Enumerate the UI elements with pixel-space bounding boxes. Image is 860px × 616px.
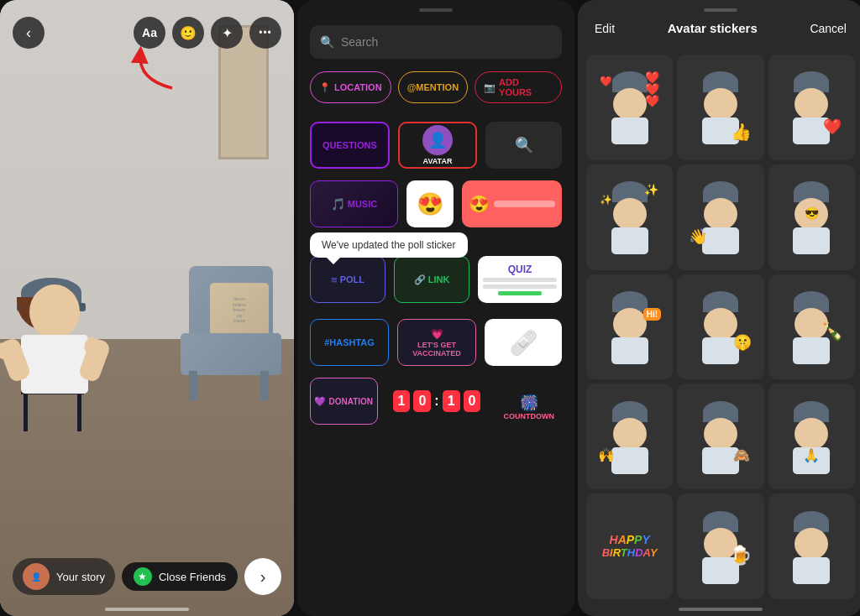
edit-button[interactable]: Edit: [595, 22, 615, 35]
text-tool-button[interactable]: Aa: [134, 17, 165, 49]
avatar-sticker-champagne[interactable]: 🍾: [768, 274, 855, 380]
link-sticker[interactable]: 🔗 LINK: [394, 256, 469, 303]
your-story-button[interactable]: 👤 Your story: [13, 558, 115, 595]
avatar-sticker-shy[interactable]: 🙈: [677, 384, 763, 489]
avatar-sticker-extra[interactable]: [768, 493, 855, 599]
toolbar-right: Aa 🙂 ✦ •••: [134, 17, 281, 49]
quiz-line-2: [483, 285, 557, 289]
face-icon: 🙂: [180, 25, 197, 41]
location-label: LOCATION: [334, 82, 382, 92]
chair: dreambelievebeautyjoyinspire: [176, 266, 286, 400]
timer-digit-2: 0: [413, 390, 431, 412]
sticker-tool-button[interactable]: 🙂: [172, 17, 204, 49]
text-icon: Aa: [142, 26, 157, 39]
search-input[interactable]: Search: [341, 35, 552, 49]
addyours-label: ADD YOURS: [499, 77, 553, 97]
chair-leg-left: [189, 371, 197, 400]
avatar-sticker-heart-hand[interactable]: ❤️: [768, 55, 855, 160]
avatar-stickers-title: Avatar stickers: [668, 21, 758, 35]
back-button[interactable]: ‹: [13, 17, 45, 49]
poll-icon: ≡: [331, 274, 338, 286]
avatar-icon: 👤: [31, 572, 41, 582]
hashtag-sticker[interactable]: #HASHTAG: [310, 319, 389, 366]
donation-sticker[interactable]: 💜 DONATION: [310, 378, 378, 425]
countdown-label: COUNTDOWN: [504, 412, 555, 420]
your-story-label: Your story: [56, 571, 105, 583]
timer-colon: :: [434, 394, 438, 409]
timer-digit-1: 1: [393, 390, 411, 412]
avatar-sticker-hearts[interactable]: ❤️❤️❤️ ❤️: [586, 55, 673, 160]
close-friends-icon: ★: [134, 567, 152, 586]
next-button[interactable]: ›: [244, 558, 281, 595]
pillow-text: dreambelievebeautyjoyinspire: [233, 296, 246, 324]
mention-pill[interactable]: @MENTION: [398, 71, 468, 103]
effects-tool-button[interactable]: ✦: [211, 17, 243, 49]
cancel-button[interactable]: Cancel: [810, 22, 847, 35]
avatar-sticker-sunglasses[interactable]: 😎: [768, 164, 855, 270]
sticker-search-bar[interactable]: 🔍 Search: [310, 25, 562, 59]
close-friends-label: Close Friends: [159, 571, 226, 583]
search2-icon: 🔍: [515, 136, 533, 154]
sticker-row-1: QUESTIONS 👤 AVATAR 🔍: [310, 122, 562, 169]
avatar-sticker-thumbsup[interactable]: 👍: [677, 55, 763, 160]
avatar-sticker-wave[interactable]: 👋: [677, 164, 763, 270]
questions-sticker[interactable]: QUESTIONS: [310, 122, 390, 169]
quiz-sticker[interactable]: QUIZ: [478, 256, 562, 303]
avatar-sticker-beer[interactable]: 🍺: [677, 493, 763, 599]
avatar-sticker-praying[interactable]: 🙏: [768, 384, 855, 489]
letsget-emoji: 🩹: [509, 329, 538, 357]
poll-slider-sticker[interactable]: 😍: [462, 180, 562, 227]
fireworks-icon: 🎆: [520, 394, 538, 412]
sticker-row-3: ≡ POLL 🔗 LINK QUIZ: [310, 256, 562, 303]
poll-sticker[interactable]: ≡ POLL: [310, 256, 385, 303]
add-yours-pill[interactable]: 📷 ADD YOURS: [475, 71, 562, 103]
room-background: dreambelievebeautyjoyinspire: [0, 0, 294, 616]
avatar-body: [21, 335, 88, 394]
home-indicator-3: [679, 608, 763, 611]
close-friends-button[interactable]: ★ Close Friends: [122, 562, 238, 591]
quiz-line-correct: [498, 291, 543, 295]
your-story-avatar: 👤: [23, 563, 50, 590]
music-sticker[interactable]: 🎵 MUSIC: [310, 180, 398, 227]
avatar-sticker-hi[interactable]: Hi!: [586, 274, 673, 380]
more-options-button[interactable]: •••: [249, 17, 281, 49]
vaccinated-label: LET'S GETVACCINATED: [412, 341, 461, 358]
countdown-sticker[interactable]: 🎆 COUNTDOWN: [496, 378, 562, 425]
emoji-face-sticker[interactable]: 😍: [406, 180, 454, 227]
emoji-face-icon: 😍: [417, 191, 443, 217]
search-sticker[interactable]: 🔍: [485, 122, 562, 169]
avatar-sticker-happy-bday[interactable]: HAPPY BIRTHDAY: [586, 493, 673, 599]
timer-sticker[interactable]: 1 0 : 1 0: [386, 378, 488, 425]
timer-digit-4: 0: [464, 390, 481, 412]
screen2-sticker-picker: 🔍 Search 📍 LOCATION @MENTION 📷 ADD YOURS…: [297, 0, 574, 616]
avatar-sticker-waving-arms[interactable]: 🙌: [586, 384, 673, 489]
sticker-row-4: #HASHTAG 💗 LET'S GETVACCINATED 🩹: [310, 319, 562, 366]
avatar-sticker-hand-eye[interactable]: 🤫: [677, 274, 763, 380]
avatar-head: [29, 285, 80, 339]
heart-icon: 💗: [431, 328, 443, 340]
avatar-sticker[interactable]: 👤 AVATAR: [398, 122, 478, 169]
avatar-mini-image: 👤: [422, 125, 453, 155]
avatar-sticker-sparkles[interactable]: ✨ ✨: [586, 164, 673, 270]
location-pill[interactable]: 📍 LOCATION: [310, 71, 391, 103]
mention-label: @MENTION: [407, 82, 459, 92]
poll-label: POLL: [340, 274, 364, 285]
camera-icon: 📷: [484, 82, 496, 93]
sticker-row-5: 💜 DONATION 1 0 : 1 0 🎆 COUNTDOWN: [310, 378, 562, 425]
avatar-sticker-label: AVATAR: [423, 157, 453, 165]
sticker-pills-row: 📍 LOCATION @MENTION 📷 ADD YOURS: [310, 71, 562, 103]
pillow: dreambelievebeautyjoyinspire: [210, 283, 269, 337]
quiz-line-1: [483, 278, 557, 282]
drag-handle: [419, 8, 453, 12]
link-label: LINK: [428, 274, 450, 285]
star-icon: ★: [138, 571, 147, 582]
tooltip-text: We've updated the poll sticker: [322, 239, 456, 251]
donation-icon: 💜: [314, 396, 326, 407]
quiz-label: QUIZ: [508, 264, 532, 275]
vaccinated-sticker[interactable]: 💗 LET'S GETVACCINATED: [397, 319, 476, 366]
letsget-vaccinated-sticker[interactable]: 🩹: [485, 319, 562, 366]
slider-emoji: 😍: [469, 194, 490, 214]
music-label: MUSIC: [348, 199, 377, 209]
avatar-stickers-header: Edit Avatar stickers Cancel: [578, 21, 860, 35]
back-icon: ‹: [26, 24, 31, 42]
